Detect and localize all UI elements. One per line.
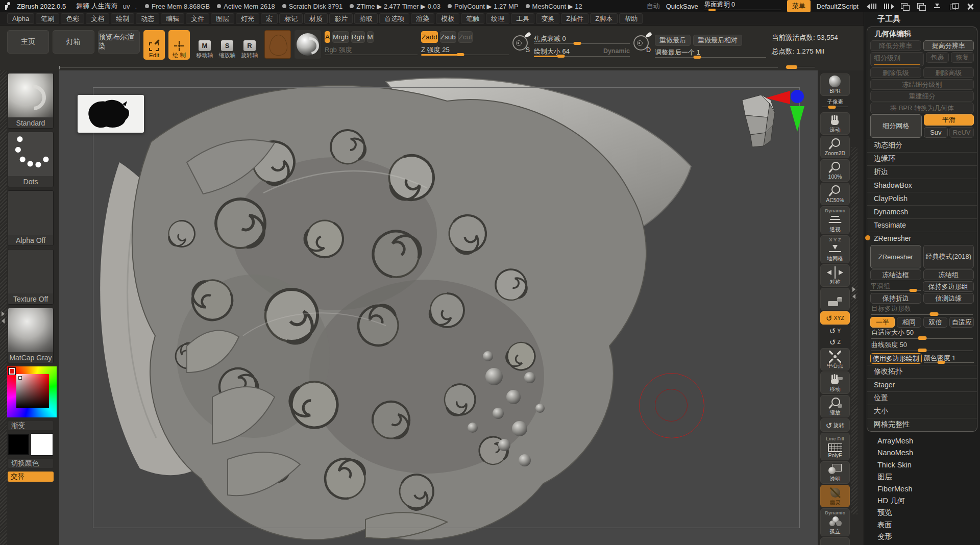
default-zscript-button[interactable]: DefaultZScript [817, 3, 859, 10]
symmetry-button[interactable]: 对称 [820, 264, 850, 287]
menubar-item[interactable]: 帮助 [619, 13, 643, 24]
transparent-button[interactable]: 透明 [820, 461, 850, 484]
rotate-canvas-button[interactable]: ↺ 旋转 [820, 418, 850, 432]
color-density-slider[interactable]: 颜色密度 1 [924, 353, 974, 364]
alternate-button[interactable]: 交替 [8, 472, 54, 482]
freeze-groups-button[interactable]: 冻结组 [923, 269, 974, 280]
subpixel-slider[interactable]: 子像素 [820, 97, 850, 111]
subtool-palette-section[interactable]: HD 几何 [864, 495, 980, 507]
convert-bpr-button[interactable]: 将 BPR 转换为几何体 [870, 103, 974, 113]
rgb-intensity-slider[interactable]: Rgb 强度 [325, 46, 418, 56]
gyro-mode-button[interactable]: M 移动轴 [193, 30, 216, 60]
stroke-icon[interactable]: S [512, 33, 531, 54]
use-polypaint-button[interactable]: 使用多边形绘制 [870, 353, 922, 364]
gyro-mode-button[interactable]: R 旋转轴 [238, 30, 261, 60]
geometry-section-header[interactable]: 边缘环 [867, 152, 977, 164]
actual-size-button[interactable]: 100% [820, 159, 850, 182]
geometry-section-header[interactable]: 网格完整性 [867, 418, 977, 430]
slot-thumbnail[interactable] [8, 191, 53, 235]
geometry-section-header[interactable]: 折边 [867, 165, 977, 178]
menubar-item[interactable]: 色彩 [61, 13, 84, 24]
higher-res-button[interactable]: 提高分辨率 [923, 40, 974, 51]
ui-shrink-icon[interactable] [867, 3, 878, 10]
scale-canvas-button[interactable]: 缩放 [820, 395, 850, 417]
main-color-swatch[interactable] [8, 434, 29, 455]
floor-grid-button[interactable]: X Y Z 地网格 [820, 235, 850, 263]
color-mode-button[interactable]: M [367, 31, 374, 43]
poly-density-button[interactable]: 一半 [870, 317, 895, 328]
scroll-canvas-button[interactable]: 滚动 [820, 112, 850, 135]
menubar-item[interactable]: 编辑 [161, 13, 184, 24]
rotate-y-button[interactable]: ↺ Y [820, 326, 850, 336]
target-polygons-slider[interactable]: 目标多边形数 [871, 305, 973, 316]
poly-density-button[interactable]: 双倍 [923, 317, 948, 328]
menubar-item[interactable]: Z脚本 [590, 13, 618, 24]
zremesher-section-header[interactable]: ZRemesher [867, 232, 977, 244]
edit-mode-button[interactable]: Edit [143, 30, 165, 60]
draw-size-slider[interactable]: 绘制大小 64 Dynamic [534, 47, 630, 58]
geometry-section-header[interactable]: 大小 [867, 405, 977, 417]
poly-density-button[interactable]: 相同 [897, 317, 921, 328]
color-mode-button[interactable]: Rgb [351, 31, 365, 43]
reuv-button[interactable]: ReUV [949, 127, 974, 138]
menubar-item[interactable]: 笔触 [461, 13, 484, 24]
slot-thumbnail[interactable] [8, 250, 53, 293]
menu-button[interactable]: 菜单 [787, 0, 811, 12]
left-shelf-slot[interactable]: Standard [8, 73, 54, 129]
tray-toggle-arrows-icon[interactable] [2, 309, 5, 326]
smt-button[interactable]: 平滑 [924, 114, 974, 126]
restore-button[interactable] [948, 3, 960, 10]
subtool-palette-title[interactable]: 子工具 [864, 12, 980, 26]
ui-opacity-slider[interactable]: 界面透明 0 [704, 2, 781, 11]
draw-size-knob[interactable] [557, 55, 565, 58]
close-button[interactable] [965, 3, 976, 10]
menubar-item[interactable]: 宏 [261, 13, 278, 24]
menubar-item[interactable]: 绘制 [111, 13, 134, 24]
camera-lock-button[interactable] [820, 288, 850, 310]
menubar-item[interactable]: 变换 [536, 13, 559, 24]
document-canvas[interactable] [59, 70, 818, 545]
depth-icon[interactable]: D [633, 33, 652, 54]
subtool-palette-section[interactable]: FiberMesh [864, 483, 980, 495]
legacy-2018-button[interactable]: 经典模式(2018) [923, 245, 974, 268]
geometry-section-header[interactable]: 动态细分 [867, 139, 977, 151]
zremesher-button[interactable]: ZRemesher [870, 245, 921, 268]
ui-grow-icon[interactable] [883, 3, 894, 10]
cage-button[interactable]: 包裹 [926, 52, 949, 63]
z-intensity-slider[interactable]: Z 强度 25 [421, 46, 509, 56]
menubar-item[interactable]: 笔刷 [36, 13, 59, 24]
gradient-button[interactable]: 渐变 [8, 420, 54, 431]
divide-button[interactable]: 细分网格 [870, 114, 922, 138]
menubar-item[interactable]: 纹理 [486, 13, 509, 24]
menubar-item[interactable]: 动态 [136, 13, 159, 24]
color-picker[interactable] [7, 366, 57, 417]
shelf-nav-button[interactable]: 灯箱 [53, 30, 94, 54]
solo-button[interactable]: Dynamic 孤立 [820, 508, 850, 536]
menubar-item[interactable]: 图层 [211, 13, 234, 24]
freeze-border-button[interactable]: 冻结边框 [870, 269, 921, 280]
restore-button[interactable]: 恢复 [951, 52, 974, 63]
sdiv-level-bar[interactable] [874, 64, 920, 65]
menubar-item[interactable]: 标记 [279, 13, 303, 24]
freeze-subdivision-button[interactable]: 冻结细分级别 [870, 79, 974, 90]
menubar-item[interactable]: 文件 [186, 13, 209, 24]
menubar-item[interactable]: 灯光 [236, 13, 259, 24]
menubar-item[interactable]: 影片 [329, 13, 353, 24]
perspective-button[interactable]: Dynamic 透视 [820, 206, 850, 234]
menubar-item[interactable]: 文档 [86, 13, 109, 24]
geometry-section-header[interactable]: 位置 [867, 391, 977, 404]
menubar-item[interactable]: 拾取 [354, 13, 378, 24]
geometry-section-header[interactable]: ClayPolish [867, 192, 977, 204]
secondary-color-swatch[interactable] [31, 434, 53, 455]
minimize-button[interactable] [932, 3, 943, 10]
left-shelf-slot[interactable]: MatCap Gray [8, 308, 54, 363]
menubar-item[interactable]: Z插件 [561, 13, 589, 24]
menubar-item[interactable]: 材质 [304, 13, 328, 24]
camera-orientation-gizmo[interactable] [733, 86, 810, 155]
subtool-palette-section[interactable]: NanoMesh [864, 447, 980, 459]
current-tool-thumbnail[interactable] [295, 30, 321, 59]
menubar-item[interactable]: 首选项 [379, 13, 409, 24]
menubar-item[interactable]: Alpha [7, 13, 34, 24]
quicksave-button[interactable]: QuickSave [666, 3, 698, 10]
sculpt-mode-button[interactable]: Zadd [421, 31, 438, 43]
